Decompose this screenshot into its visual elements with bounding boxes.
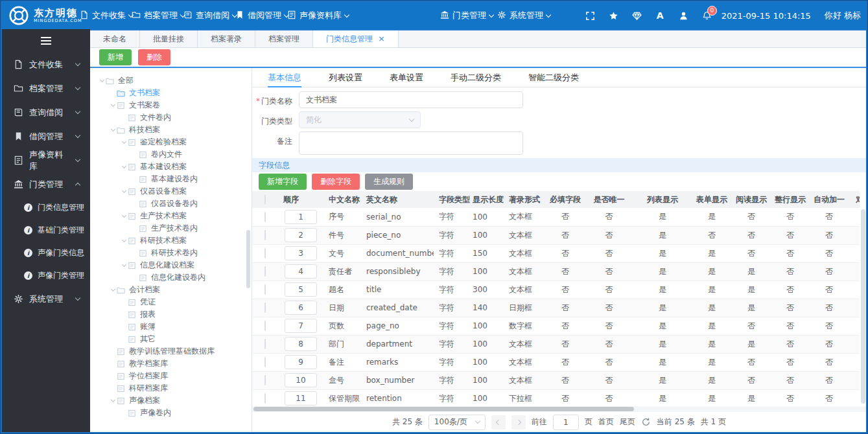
page-size-select[interactable]: 100条/页 xyxy=(428,415,486,430)
prev-page-button[interactable] xyxy=(491,415,506,429)
next-page-button[interactable] xyxy=(511,415,526,429)
tree-node-22[interactable]: 教学训练管理基础数据库 xyxy=(98,345,252,358)
detail-tab-1[interactable]: 列表设置 xyxy=(329,68,362,87)
row-checkbox[interactable] xyxy=(264,248,266,258)
row-checkbox[interactable] xyxy=(264,284,266,295)
detail-tab-3[interactable]: 手动二级分类 xyxy=(451,68,501,87)
nav-item-6[interactable]: 系统管理 xyxy=(497,2,550,29)
menu-toggle-icon[interactable] xyxy=(2,29,90,52)
tree-node-17[interactable]: 会计档案 xyxy=(98,284,252,296)
order-input[interactable] xyxy=(285,228,317,242)
expand-caret-icon[interactable] xyxy=(120,191,128,192)
expand-caret-icon[interactable] xyxy=(120,216,128,217)
open-tab-4[interactable]: 门类信息管理× xyxy=(313,30,399,47)
tree-node-2[interactable]: 文书案卷 xyxy=(98,99,252,111)
tree-node-9[interactable]: 仪器设备档案 xyxy=(98,185,252,198)
open-tab-0[interactable]: 未命名 xyxy=(90,30,140,47)
tree-node-7[interactable]: 基本建设档案 xyxy=(98,161,252,173)
generate-rule-button[interactable]: 生成规则 xyxy=(365,174,413,190)
order-input[interactable] xyxy=(285,210,317,224)
open-tab-3[interactable]: 档案管理 xyxy=(255,30,313,47)
add-button[interactable]: 新增 xyxy=(99,49,132,65)
detail-tab-2[interactable]: 表单设置 xyxy=(390,68,423,87)
expand-caret-icon[interactable] xyxy=(120,265,128,266)
tree-node-12[interactable]: 生产技术卷内 xyxy=(98,222,252,234)
sidebar-item-3[interactable]: 借阅管理 xyxy=(2,124,90,148)
sidebar-item-4[interactable]: 声像资料库 xyxy=(2,148,90,172)
order-input[interactable] xyxy=(285,355,317,369)
order-input[interactable] xyxy=(285,282,317,297)
row-checkbox[interactable] xyxy=(264,357,266,367)
star-icon[interactable] xyxy=(609,11,618,21)
detail-tab-0[interactable]: 基本信息 xyxy=(268,68,301,87)
order-input[interactable] xyxy=(285,373,317,387)
nav-item-2[interactable]: 查询借阅 xyxy=(183,2,237,29)
last-page-link[interactable]: 尾页 xyxy=(620,417,635,428)
tree-node-3[interactable]: 文件卷内 xyxy=(98,111,252,124)
tree-scrollbar[interactable] xyxy=(246,230,250,288)
expand-caret-icon[interactable] xyxy=(120,166,128,168)
tree-node-6[interactable]: 卷内文件 xyxy=(98,148,252,161)
tree-node-13[interactable]: 科研技术档案 xyxy=(98,234,252,247)
row-checkbox[interactable] xyxy=(264,321,266,331)
tree-node-16[interactable]: 信息化建设卷内 xyxy=(98,271,252,284)
sidebar-subitem-3[interactable]: i声像门类管理 xyxy=(2,264,90,287)
tree-node-27[interactable]: 声像卷内 xyxy=(98,407,252,419)
open-tab-1[interactable]: 批量挂接 xyxy=(140,30,198,47)
sidebar-subitem-2[interactable]: i声像门类信息 xyxy=(2,242,90,264)
order-input[interactable] xyxy=(285,337,317,351)
select-all-checkbox[interactable] xyxy=(264,194,266,205)
tree-node-18[interactable]: 凭证 xyxy=(98,296,252,308)
order-input[interactable] xyxy=(285,301,317,315)
table-vertical-scrollbar[interactable] xyxy=(861,209,865,404)
row-checkbox[interactable] xyxy=(264,303,266,313)
tree-node-8[interactable]: 基本建设卷内 xyxy=(98,173,252,185)
tree-node-15[interactable]: 信息化建设档案 xyxy=(98,259,252,271)
expand-caret-icon[interactable] xyxy=(120,240,128,242)
row-checkbox[interactable] xyxy=(264,266,266,277)
delete-field-button[interactable]: 删除字段 xyxy=(312,174,360,190)
detail-tab-4[interactable]: 智能二级分类 xyxy=(528,68,579,87)
expand-caret-icon[interactable] xyxy=(120,142,128,143)
expand-caret-icon[interactable] xyxy=(109,105,117,106)
category-type-select[interactable]: 简化 xyxy=(299,111,421,128)
category-name-input[interactable] xyxy=(299,91,523,108)
sidebar-item-1[interactable]: 档案管理 xyxy=(2,76,90,100)
nav-item-0[interactable]: 文件收集 xyxy=(80,2,133,29)
tree-node-25[interactable]: 科研档案库 xyxy=(98,382,252,394)
first-page-link[interactable]: 首页 xyxy=(598,417,614,428)
row-checkbox[interactable] xyxy=(264,212,266,222)
gem-icon[interactable] xyxy=(632,11,642,21)
tree-node-1[interactable]: 文书档案 xyxy=(98,87,252,99)
close-icon[interactable]: × xyxy=(378,36,385,42)
nav-item-4[interactable]: 声像资料库 xyxy=(287,2,349,29)
goto-page-input[interactable] xyxy=(553,415,579,430)
user-icon[interactable] xyxy=(679,11,688,21)
sidebar-item-2[interactable]: 查询借阅 xyxy=(2,100,90,124)
tree-node-0[interactable]: 全部 xyxy=(98,74,252,87)
order-input[interactable] xyxy=(285,246,317,260)
sidebar-item-5[interactable]: 门类管理 xyxy=(2,172,90,196)
tree-node-20[interactable]: 账簿 xyxy=(98,321,252,333)
tree-node-4[interactable]: 科技档案 xyxy=(98,124,252,136)
nav-item-5[interactable]: 门类管理 xyxy=(440,2,493,29)
row-checkbox[interactable] xyxy=(264,339,266,349)
expand-caret-icon[interactable] xyxy=(109,130,117,131)
sidebar-subitem-1[interactable]: i基础门类管理 xyxy=(2,219,90,242)
tree-node-14[interactable]: 科研技术卷内 xyxy=(98,247,252,259)
font-size-icon[interactable]: A xyxy=(655,11,665,21)
notification-bell[interactable]: 0 xyxy=(702,11,712,21)
row-checkbox[interactable] xyxy=(264,230,266,240)
sidebar-item-0[interactable]: 文件收集 xyxy=(2,52,90,76)
remark-textarea[interactable] xyxy=(299,131,523,155)
expand-caret-icon[interactable] xyxy=(109,400,117,402)
sidebar-item-6[interactable]: 系统管理 xyxy=(2,287,90,311)
order-input[interactable] xyxy=(285,319,317,333)
tree-node-5[interactable]: 鉴定检验档案 xyxy=(98,136,252,148)
delete-button[interactable]: 删除 xyxy=(138,49,170,65)
tree-node-23[interactable]: 教学档案库 xyxy=(98,358,252,370)
nav-item-3[interactable]: 借阅管理 xyxy=(235,2,288,29)
row-checkbox[interactable] xyxy=(264,375,266,385)
expand-caret-icon[interactable] xyxy=(109,290,117,291)
expand-caret-icon[interactable] xyxy=(98,80,106,82)
